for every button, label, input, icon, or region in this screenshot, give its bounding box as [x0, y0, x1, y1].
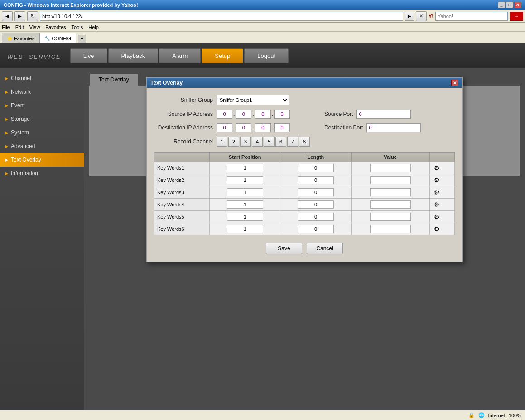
close-button[interactable]: ✕: [514, 2, 521, 8]
kw-start-4[interactable]: [210, 211, 280, 223]
kw-length-5[interactable]: [280, 223, 351, 235]
channel-btn-3[interactable]: 3: [240, 137, 251, 147]
kw-length-0[interactable]: [280, 162, 351, 174]
channel-btn-4[interactable]: 4: [252, 137, 263, 147]
tab-setup[interactable]: Setup: [202, 48, 243, 63]
tools-menu[interactable]: Tools: [72, 24, 83, 30]
source-ip-octet-4[interactable]: [274, 110, 290, 119]
kw-gear-5[interactable]: ⚙: [429, 223, 454, 235]
source-ip-octet-3[interactable]: [255, 110, 271, 119]
kw-value-0[interactable]: [351, 162, 429, 174]
kw-start-input-2[interactable]: [227, 188, 263, 196]
search-button[interactable]: →: [510, 12, 523, 21]
channel-btn-2[interactable]: 2: [228, 137, 239, 147]
cancel-button[interactable]: Cancel: [307, 243, 343, 254]
source-ip-octet-1[interactable]: [217, 110, 232, 119]
go-button[interactable]: ▶: [405, 12, 414, 21]
sidebar-item-network[interactable]: ▶ Network: [0, 85, 84, 99]
tab-logout[interactable]: Logout: [244, 48, 289, 63]
kw-gear-3[interactable]: ⚙: [429, 199, 454, 211]
new-tab-button[interactable]: +: [78, 35, 86, 43]
tab-playback[interactable]: Playback: [108, 48, 159, 63]
gear-icon-0[interactable]: ⚙: [433, 163, 442, 172]
kw-length-4[interactable]: [280, 211, 351, 223]
sniffer-group-select[interactable]: Sniffer Group1Sniffer Group2Sniffer Grou…: [217, 95, 289, 105]
kw-start-input-1[interactable]: [227, 176, 263, 184]
source-ip-octet-2[interactable]: [236, 110, 251, 119]
kw-value-input-4[interactable]: [370, 213, 411, 221]
sidebar-item-system[interactable]: ▶ System: [0, 126, 84, 139]
favorites-menu[interactable]: Favorites: [45, 24, 66, 30]
kw-length-3[interactable]: [280, 199, 351, 211]
config-tab[interactable]: 🔧 CONFIG: [39, 33, 76, 43]
back-button[interactable]: ◀: [2, 11, 13, 21]
kw-start-2[interactable]: [210, 186, 280, 199]
kw-value-input-0[interactable]: [370, 164, 411, 172]
gear-icon-3[interactable]: ⚙: [433, 200, 442, 209]
kw-value-3[interactable]: [351, 199, 429, 211]
stop-button[interactable]: ✕: [416, 11, 427, 21]
channel-btn-7[interactable]: 7: [287, 137, 298, 147]
minimize-button[interactable]: _: [498, 2, 505, 8]
kw-length-input-5[interactable]: [298, 225, 334, 233]
view-menu[interactable]: View: [29, 24, 40, 30]
sidebar-item-event[interactable]: ▶ Event: [0, 99, 84, 112]
sidebar-item-advanced[interactable]: ▶ Advanced: [0, 139, 84, 153]
file-menu[interactable]: File: [2, 24, 10, 30]
kw-start-input-3[interactable]: [227, 200, 263, 209]
kw-value-input-5[interactable]: [370, 225, 411, 233]
search-input[interactable]: [435, 12, 508, 21]
gear-icon-2[interactable]: ⚙: [433, 188, 442, 197]
kw-value-4[interactable]: [351, 211, 429, 223]
kw-length-1[interactable]: [280, 174, 351, 186]
address-input[interactable]: [40, 12, 403, 21]
kw-gear-1[interactable]: ⚙: [429, 174, 454, 186]
gear-icon-1[interactable]: ⚙: [433, 176, 442, 185]
kw-start-3[interactable]: [210, 199, 280, 211]
kw-start-5[interactable]: [210, 223, 280, 235]
modal-close-button[interactable]: ✕: [451, 80, 458, 86]
kw-value-input-3[interactable]: [370, 200, 411, 209]
kw-length-input-3[interactable]: [298, 200, 334, 209]
sidebar-item-channel[interactable]: ▶ Channel: [0, 72, 84, 85]
channel-btn-6[interactable]: 6: [275, 137, 286, 147]
kw-value-2[interactable]: [351, 186, 429, 199]
kw-value-input-1[interactable]: [370, 176, 411, 184]
source-port-input[interactable]: [356, 110, 411, 119]
help-menu[interactable]: Help: [88, 24, 99, 30]
tab-alarm[interactable]: Alarm: [159, 48, 201, 63]
dest-ip-octet-4[interactable]: [274, 123, 290, 132]
kw-start-input-4[interactable]: [227, 213, 263, 221]
kw-start-input-0[interactable]: [227, 164, 263, 172]
forward-button[interactable]: ▶: [14, 11, 25, 21]
kw-length-input-2[interactable]: [298, 188, 334, 196]
channel-btn-8[interactable]: 8: [299, 137, 310, 147]
sidebar-item-information[interactable]: ▶ Information: [0, 167, 84, 180]
kw-start-1[interactable]: [210, 174, 280, 186]
channel-btn-5[interactable]: 5: [264, 137, 275, 147]
sidebar-item-storage[interactable]: ▶ Storage: [0, 112, 84, 126]
tab-live[interactable]: Live: [70, 48, 107, 63]
save-button[interactable]: Save: [266, 243, 302, 254]
dest-ip-octet-3[interactable]: [255, 123, 271, 132]
sidebar-item-text-overlay[interactable]: ▶ Text Overlay: [0, 153, 84, 167]
favorites-tab[interactable]: ⭐ Favorites: [2, 33, 39, 43]
kw-length-input-1[interactable]: [298, 176, 334, 184]
kw-length-input-4[interactable]: [298, 213, 334, 221]
restore-button[interactable]: □: [506, 2, 513, 8]
kw-gear-2[interactable]: ⚙: [429, 186, 454, 199]
kw-gear-4[interactable]: ⚙: [429, 211, 454, 223]
dest-ip-octet-2[interactable]: [236, 123, 251, 132]
kw-value-5[interactable]: [351, 223, 429, 235]
gear-icon-4[interactable]: ⚙: [433, 212, 442, 221]
kw-length-2[interactable]: [280, 186, 351, 199]
channel-btn-1[interactable]: 1: [217, 137, 227, 147]
kw-start-0[interactable]: [210, 162, 280, 174]
edit-menu[interactable]: Edit: [15, 24, 24, 30]
gear-icon-5[interactable]: ⚙: [433, 224, 442, 234]
refresh-button[interactable]: ↻: [27, 11, 38, 21]
dest-port-input[interactable]: [366, 123, 421, 132]
dest-ip-octet-1[interactable]: [217, 123, 232, 132]
kw-gear-0[interactable]: ⚙: [429, 162, 454, 174]
kw-length-input-0[interactable]: [298, 164, 334, 172]
